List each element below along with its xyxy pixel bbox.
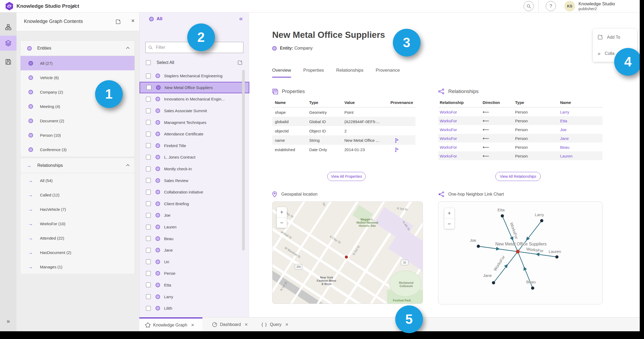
chart-center-node-label[interactable]: New Metal Office Suppliers [484,242,558,247]
item-checkbox[interactable] [146,282,151,287]
edit-pencil-icon[interactable] [71,3,77,9]
zoom-in-button[interactable]: + [444,208,454,219]
collapse-caret-icon[interactable] [126,164,130,166]
list-item[interactable]: Lilith [140,302,249,314]
layers-tool-button[interactable] [0,36,17,51]
sidebar-entity-item[interactable]: All (27) [21,56,134,70]
sidebar-entity-item[interactable]: Vehicle (6) [21,70,134,85]
link-chart[interactable]: Etta Larry Joe Lauren Jane Beau New Meta… [438,201,602,304]
sidebar-relationship-item[interactable]: → WorksFor (10) [21,216,134,231]
provenance-flag-icon[interactable] [395,138,399,143]
item-checkbox[interactable] [146,259,151,264]
list-item[interactable]: Sales Associate Summit [140,105,249,117]
tab-provenance[interactable]: Provenance [376,68,400,78]
list-item[interactable]: Managment Techniques [140,116,249,128]
sidebar-relationship-item[interactable]: → Called (12) [21,188,134,202]
list-item[interactable]: Larry [140,291,249,302]
help-button[interactable]: ? [546,1,556,11]
related-entity-link[interactable]: Lauren [560,154,573,158]
select-all-checkbox[interactable] [146,60,151,65]
relationship-link[interactable]: WorksFor [440,118,457,123]
item-checkbox[interactable] [146,155,151,160]
item-checkbox[interactable] [146,190,151,195]
collapse-caret-icon[interactable] [126,47,130,49]
sidebar-relationship-item[interactable]: → All (54) [21,173,134,188]
item-checkbox[interactable] [146,236,151,241]
tab-dashboard[interactable]: Dashboard ✕ [212,317,248,332]
related-entity-link[interactable]: Joe [560,127,566,132]
sidebar-entity-item[interactable]: Person (10) [21,128,134,142]
related-entity-link[interactable]: Larry [560,110,569,114]
chart-node-label[interactable]: Etta [498,208,505,212]
chart-node-label[interactable]: Larry [535,212,544,217]
relationship-link[interactable]: WorksFor [440,136,457,140]
zoom-out-button[interactable]: − [277,218,287,228]
chart-node-label[interactable]: Lauren [549,249,561,254]
item-checkbox[interactable] [146,294,151,299]
item-checkbox[interactable] [146,143,151,148]
entities-group-header[interactable]: Entities [21,41,134,56]
tab-properties[interactable]: Properties [303,68,324,78]
tab-relationships[interactable]: Relationships [336,68,363,78]
geospatial-map[interactable]: W Clay St Sa N 3rd St N 4th St Maggie L.… [272,201,423,304]
add-to-icon[interactable] [116,19,121,24]
expand-toolbar-button[interactable]: » [0,316,17,327]
sidebar-relationship-item[interactable]: → HasDocument (2) [21,245,134,260]
list-item[interactable]: Client Briefing [140,198,249,210]
relationships-group-header[interactable]: → Relationships [21,158,134,173]
close-tab-icon[interactable]: ✕ [191,323,194,328]
close-panel-icon[interactable]: ✕ [131,18,135,24]
item-checkbox[interactable] [146,85,151,90]
item-checkbox[interactable] [146,306,151,311]
relationship-link[interactable]: WorksFor [440,127,457,132]
collapse-panel-icon[interactable]: « [239,15,243,22]
chart-node-label[interactable]: Jane [483,273,492,278]
zoom-out-button[interactable]: − [444,219,454,229]
app-logo-icon[interactable] [5,2,14,11]
list-item[interactable]: Persie [140,268,249,279]
list-item[interactable]: New Metal Office Suppliers [140,82,249,94]
sidebar-entity-item[interactable]: Conference (3) [21,142,134,157]
list-item[interactable]: Collaboration initiative [140,186,249,198]
list-item[interactable]: L. Jones Contract [140,151,249,163]
item-checkbox[interactable] [146,225,151,229]
search-button[interactable] [524,1,534,11]
tab-overview[interactable]: Overview [272,68,291,78]
add-to-icon[interactable] [238,60,242,65]
relationship-link[interactable]: WorksFor [440,110,457,114]
list-item[interactable]: Montly check-in [140,163,249,175]
sidebar-entity-item[interactable]: Document (2) [21,114,134,128]
list-item[interactable]: Innovations in Mechanical Engin... [140,93,249,105]
save-tool-button[interactable] [0,54,17,69]
item-checkbox[interactable] [146,167,151,171]
collapse-menu-item[interactable]: » Colla [598,51,614,57]
list-item[interactable]: Beau [140,233,249,244]
list-item[interactable]: Staplers Mechanical Engineering [140,70,249,82]
view-all-properties-button[interactable]: View All Properties [327,172,366,181]
item-checkbox[interactable] [146,213,151,218]
list-item[interactable]: Uri [140,256,249,268]
list-scrollbar[interactable] [242,70,245,251]
relationship-link[interactable]: WorksFor [440,145,457,149]
related-entity-link[interactable]: Etta [560,118,567,123]
related-entity-link[interactable]: Jane [560,136,569,140]
chart-node-label[interactable]: Joe [470,238,476,243]
add-to-menu-item[interactable]: Add To [598,35,620,40]
org-chart-tool-button[interactable] [0,20,17,35]
chart-node-label[interactable]: Beau [526,280,536,284]
item-checkbox[interactable] [146,108,151,113]
item-checkbox[interactable] [146,74,151,78]
tab-query[interactable]: { } Query ✕ [262,317,288,332]
item-checkbox[interactable] [146,178,151,183]
sidebar-relationship-item[interactable]: → Manages (1) [21,260,134,274]
list-item[interactable]: Etta [140,279,249,291]
list-item[interactable]: Jane [140,244,249,256]
item-checkbox[interactable] [146,271,151,276]
item-checkbox[interactable] [146,248,151,253]
item-checkbox[interactable] [146,120,151,125]
item-checkbox[interactable] [146,97,151,102]
related-entity-link[interactable]: Beau [560,145,569,149]
relationship-link[interactable]: WorksFor [440,154,457,158]
list-item[interactable]: Joe [140,209,249,221]
item-checkbox[interactable] [146,201,151,206]
